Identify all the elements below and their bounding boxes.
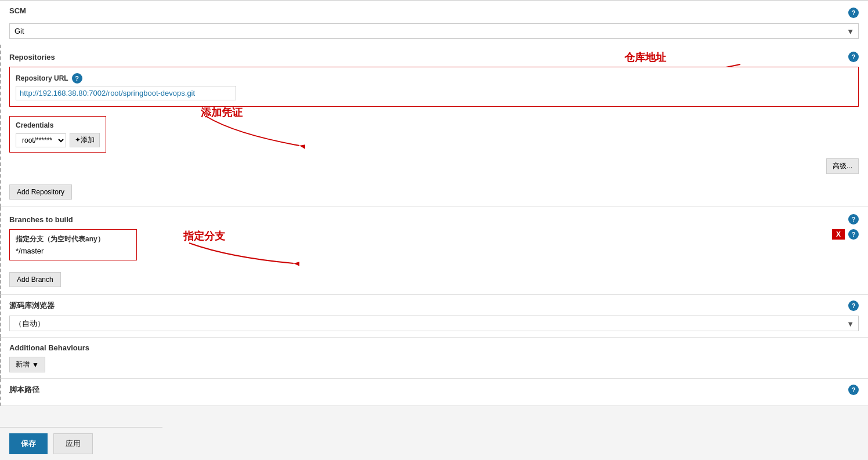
additional-behaviours-section: Additional Behaviours 新增 ▼ — [0, 338, 868, 379]
repositories-header: Repositories ? — [9, 52, 859, 62]
credentials-controls: root/****** ✦添加 — [16, 133, 100, 147]
branches-header: Branches to build ? — [9, 214, 859, 224]
add-repository-button[interactable]: Add Repository — [9, 184, 72, 200]
scm-header: SCM ? — [9, 6, 859, 19]
add-credentials-annotation: 添加凭证 — [201, 106, 305, 151]
credentials-select[interactable]: root/****** — [16, 133, 66, 147]
additional-behaviours-title: Additional Behaviours — [9, 343, 89, 352]
add-repository-btn-row: Add Repository — [9, 180, 859, 200]
branches-title: Branches to build — [9, 215, 73, 224]
repositories-help-icon[interactable]: ? — [848, 52, 859, 62]
remove-branch-button[interactable]: x — [832, 229, 845, 240]
branch-box: 指定分支（为空时代表any） — [9, 229, 137, 260]
script-section: 脚本路径 ? — [0, 379, 868, 406]
branches-help-icon[interactable]: ? — [848, 214, 859, 224]
add-branch-button[interactable]: Add Branch — [9, 272, 61, 287]
repositories-title: Repositories — [9, 53, 55, 61]
advanced-button[interactable]: 高级... — [826, 158, 859, 174]
source-browser-header: 源码库浏览器 ? — [9, 300, 859, 311]
credentials-label: Credentials — [16, 121, 100, 129]
repo-url-input[interactable] — [16, 86, 236, 100]
branch-item-help-icon[interactable]: ? — [848, 229, 859, 240]
branch-arrow — [183, 237, 299, 272]
source-browser-select[interactable]: （自动） — [9, 316, 859, 331]
scm-label: SCM — [9, 6, 26, 19]
new-behaviour-label: 新增 — [16, 360, 30, 370]
credentials-arrow — [201, 111, 305, 151]
repo-url-label-row: Repository URL ? — [16, 73, 852, 84]
branches-section: Branches to build ? 指定分支（为空时代表any） 指定分支 — [0, 207, 868, 295]
new-behaviour-button[interactable]: 新增 ▼ — [9, 357, 45, 372]
source-browser-help-icon[interactable]: ? — [848, 300, 859, 311]
bottom-bar: 保存 应用 — [0, 427, 162, 460]
scm-select-wrapper: Git ▼ — [9, 23, 859, 39]
source-browser-select-wrapper: （自动） ▼ — [9, 316, 859, 331]
repositories-section: Repositories ? 仓库地址 Repository URL ? — [0, 45, 868, 207]
script-title: 脚本路径 — [9, 385, 39, 395]
add-branch-btn-row: Add Branch — [9, 267, 859, 287]
branch-input[interactable] — [16, 247, 131, 255]
script-header: 脚本路径 ? — [9, 385, 859, 395]
credentials-container: Credentials root/****** ✦添加 添加凭证 — [9, 111, 859, 153]
repository-url-box: Repository URL ? — [9, 67, 859, 107]
new-behaviour-arrow: ▼ — [32, 361, 39, 369]
script-help-icon[interactable]: ? — [848, 385, 859, 395]
apply-button[interactable]: 应用 — [53, 433, 93, 454]
branch-box-container: 指定分支（为空时代表any） 指定分支 — [9, 229, 137, 260]
branch-label: 指定分支（为空时代表any） — [16, 234, 131, 244]
repo-url-label: Repository URL — [16, 74, 68, 82]
page-wrapper: SCM ? Git ▼ Repositories ? 仓库地址 — [0, 0, 868, 460]
branch-annotation: 指定分支 — [183, 229, 299, 272]
source-browser-section: 源码库浏览器 ? （自动） ▼ — [0, 295, 868, 338]
scm-help-icon[interactable]: ? — [848, 8, 859, 18]
repo-url-help-icon[interactable]: ? — [72, 73, 82, 84]
advanced-btn-row: 高级... — [9, 158, 859, 174]
save-button[interactable]: 保存 — [9, 433, 48, 454]
add-credentials-button[interactable]: ✦添加 — [70, 133, 100, 147]
branches-row: 指定分支（为空时代表any） 指定分支 — [9, 229, 859, 260]
source-browser-title: 源码库浏览器 — [9, 300, 55, 311]
branches-right: x ? — [832, 229, 859, 240]
scm-section: SCM ? Git ▼ — [0, 0, 868, 45]
additional-behaviours-header: Additional Behaviours — [9, 343, 859, 352]
scm-select[interactable]: Git — [9, 23, 859, 39]
credentials-box: Credentials root/****** ✦添加 — [9, 116, 106, 153]
